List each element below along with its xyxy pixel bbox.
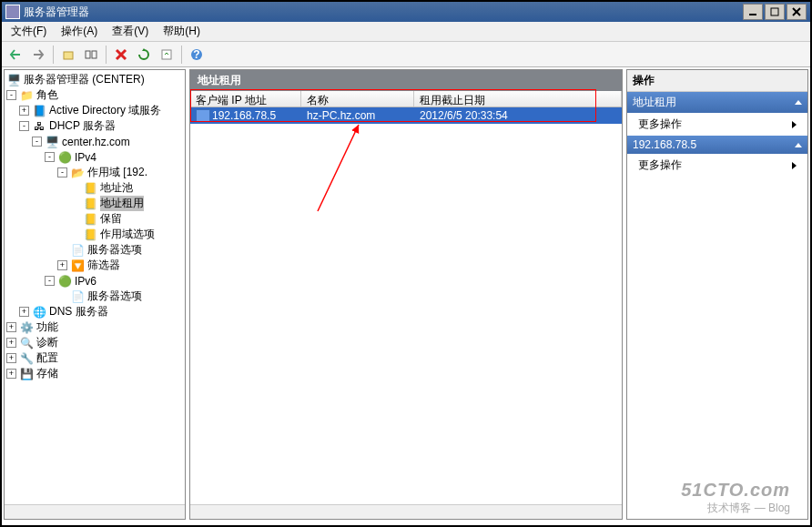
center-title: 地址租用	[190, 70, 622, 91]
svg-rect-5	[86, 51, 90, 58]
tree-scopeopt[interactable]: 📒作用域选项	[6, 227, 183, 242]
forward-button[interactable]	[28, 45, 48, 65]
center-scrollbar[interactable]	[190, 504, 622, 519]
tree-features[interactable]: +⚙️功能	[6, 319, 183, 335]
tree-roles[interactable]: -📁角色	[6, 87, 183, 103]
submenu-arrow-icon	[792, 121, 797, 128]
tree-center[interactable]: -🖥️center.hz.com	[6, 134, 183, 149]
collapse-arrow-icon	[795, 143, 802, 147]
actions-more-1[interactable]: 更多操作	[627, 113, 807, 136]
actions-more-2[interactable]: 更多操作	[627, 154, 807, 177]
collapse-arrow-icon	[795, 100, 802, 105]
export-button[interactable]	[157, 45, 177, 65]
svg-rect-6	[92, 51, 96, 58]
collapse-icon[interactable]: -	[6, 90, 16, 100]
tree-root[interactable]: 🖥️服务器管理器 (CENTER)	[6, 72, 183, 87]
toolbar: ?	[2, 42, 810, 67]
tree-srvopt6[interactable]: 📄服务器选项	[6, 289, 183, 304]
row-expiry: 2012/6/5 20:33:54	[420, 109, 508, 122]
expand-icon[interactable]: +	[6, 353, 16, 363]
svg-text:?: ?	[193, 48, 199, 61]
tree-filter[interactable]: +🔽筛选器	[6, 258, 183, 273]
actions-pane: 操作 地址租用 更多操作 192.168.78.5 更多操作	[626, 69, 808, 520]
delete-button[interactable]	[111, 45, 131, 65]
tree-dhcp[interactable]: -🖧DHCP 服务器	[6, 118, 183, 134]
show-hide-button[interactable]	[81, 45, 101, 65]
tree-scope[interactable]: -📂作用域 [192.	[6, 165, 183, 180]
row-name: hz-PC.hz.com	[307, 109, 375, 122]
close-button[interactable]	[787, 4, 807, 20]
svg-rect-1	[771, 8, 778, 15]
menu-action[interactable]: 操作(A)	[56, 22, 103, 41]
expand-icon[interactable]: +	[6, 369, 16, 379]
tree-resv[interactable]: 📒保留	[6, 211, 183, 227]
expand-icon[interactable]: +	[19, 106, 29, 116]
expand-icon[interactable]: +	[6, 338, 16, 348]
refresh-button[interactable]	[134, 45, 154, 65]
collapse-icon[interactable]: -	[45, 152, 55, 162]
window-title: 服务器管理器	[24, 5, 743, 20]
tree-config[interactable]: +🔧配置	[6, 350, 183, 366]
collapse-icon[interactable]: -	[45, 276, 55, 286]
main-area: 🖥️服务器管理器 (CENTER) -📁角色 +📘Active Director…	[2, 67, 810, 522]
tree-scrollbar[interactable]	[5, 504, 185, 519]
collapse-icon[interactable]: -	[19, 121, 29, 131]
titlebar: 服务器管理器	[2, 2, 810, 22]
lease-icon	[196, 109, 210, 122]
menu-file[interactable]: 文件(F)	[5, 22, 52, 41]
submenu-arrow-icon	[792, 162, 797, 169]
list-header: 客户端 IP 地址 名称 租用截止日期	[190, 91, 622, 107]
col-ip[interactable]: 客户端 IP 地址	[190, 91, 301, 106]
actions-cat-lease[interactable]: 地址租用	[627, 92, 807, 113]
maximize-button[interactable]	[765, 4, 785, 20]
tree-pane: 🖥️服务器管理器 (CENTER) -📁角色 +📘Active Director…	[4, 69, 186, 520]
minimize-button[interactable]	[743, 4, 763, 20]
app-icon	[5, 5, 20, 19]
svg-rect-9	[162, 50, 171, 59]
tree-storage[interactable]: +💾存储	[6, 366, 183, 381]
tree-ipv6[interactable]: -🟢IPv6	[6, 273, 183, 289]
col-expiry[interactable]: 租用截止日期	[414, 91, 622, 106]
row-ip: 192.168.78.5	[212, 109, 276, 122]
tree-diag[interactable]: +🔍诊断	[6, 335, 183, 350]
tree-dns[interactable]: +🌐DNS 服务器	[6, 304, 183, 319]
list-row[interactable]: 192.168.78.5 hz-PC.hz.com 2012/6/5 20:33…	[190, 107, 622, 124]
col-name[interactable]: 名称	[301, 91, 414, 106]
actions-header: 操作	[627, 70, 807, 92]
collapse-icon[interactable]: -	[32, 137, 42, 147]
expand-icon[interactable]: +	[6, 322, 16, 332]
tree-lease[interactable]: 📒地址租用	[6, 196, 183, 211]
center-pane: 地址租用 客户端 IP 地址 名称 租用截止日期 192.168.78.5 hz…	[189, 69, 623, 520]
tree-ad[interactable]: +📘Active Directory 域服务	[6, 103, 183, 118]
expand-icon[interactable]: +	[57, 260, 67, 270]
collapse-icon[interactable]: -	[57, 167, 67, 177]
menu-help[interactable]: 帮助(H)	[157, 22, 206, 41]
back-button[interactable]	[5, 45, 25, 65]
actions-cat-ip[interactable]: 192.168.78.5	[627, 136, 807, 154]
svg-rect-4	[64, 52, 73, 59]
up-button[interactable]	[58, 45, 78, 65]
menu-view[interactable]: 查看(V)	[107, 22, 154, 41]
tree-pool[interactable]: 📒地址池	[6, 180, 183, 196]
menubar: 文件(F) 操作(A) 查看(V) 帮助(H)	[2, 22, 810, 42]
tree-srvopt[interactable]: 📄服务器选项	[6, 242, 183, 258]
help-button[interactable]: ?	[187, 45, 207, 65]
expand-icon[interactable]: +	[19, 307, 29, 317]
tree-ipv4[interactable]: -🟢IPv4	[6, 149, 183, 165]
